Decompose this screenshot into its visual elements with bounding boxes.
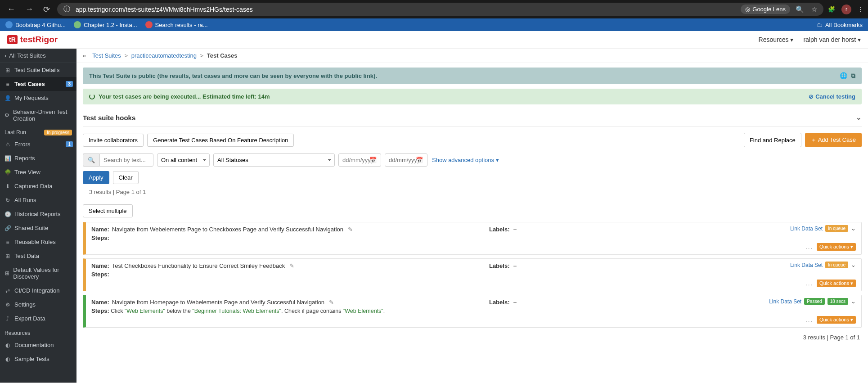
reload-browser-icon[interactable]: ⟳ <box>40 4 53 15</box>
address-bar[interactable]: ⓘ ◎ Google Lens 🔍 ☆ <box>57 3 823 16</box>
sidebar-item-test-cases[interactable]: ≡Test Cases3 <box>0 77 76 91</box>
crumb-test-suites[interactable]: Test Suites <box>92 52 121 59</box>
quick-actions-button[interactable]: Quick actions ▾ <box>817 280 856 287</box>
sidebar-item-captured-data[interactable]: ⬇Captured Data <box>0 179 76 193</box>
gear-icon: ⚙ <box>4 112 9 118</box>
sidebar-item-historical-reports[interactable]: 🕘Historical Reports <box>0 207 76 221</box>
calendar-icon[interactable]: 📅 <box>369 157 377 163</box>
sidebar-item-test-data[interactable]: ⊞Test Data <box>0 249 76 263</box>
zoom-icon[interactable]: 🔍 <box>794 5 806 14</box>
sidebar-item-all-runs[interactable]: ↻All Runs <box>0 193 76 207</box>
user-menu[interactable]: ralph van der horst ▾ <box>803 36 861 43</box>
extensions-icon[interactable]: 🧩 <box>828 6 835 13</box>
expand-row-icon[interactable]: ⌄ <box>851 298 856 305</box>
edit-icon[interactable]: ✎ <box>348 226 353 233</box>
bookmark-item[interactable]: Search results - ra... <box>145 21 208 28</box>
clear-button[interactable]: Clear <box>113 171 139 184</box>
advanced-options-toggle[interactable]: Show advanced options ▾ <box>432 157 499 163</box>
bookmark-item[interactable]: Bootstrap 4 Githu... <box>5 21 66 28</box>
bookmark-label: Bootstrap 4 Githu... <box>15 22 66 28</box>
history-icon: ↻ <box>4 197 11 203</box>
app-logo[interactable]: tR testRigor <box>7 35 58 45</box>
resources-menu[interactable]: Resources ▾ <box>759 36 794 43</box>
url-input[interactable] <box>76 6 737 13</box>
count-badge: 3 <box>66 81 73 87</box>
status-badge: In queue <box>825 225 848 232</box>
sidebar-item-tree-view[interactable]: 🌳Tree View <box>0 165 76 179</box>
site-info-icon[interactable]: ⓘ <box>62 5 72 14</box>
sidebar-item-settings[interactable]: ⚙Settings <box>0 298 76 311</box>
more-actions-icon[interactable]: ... <box>805 244 813 250</box>
alert-text: Your test cases are being executed... Es… <box>99 93 270 100</box>
sidebar-item-sample-tests[interactable]: ◐Sample Tests <box>0 352 76 366</box>
crumb-suite-name[interactable]: practiceautomatedtesting <box>131 52 197 59</box>
sidebar-label: Behavior-Driven Test Creation <box>13 108 72 122</box>
link-data-set[interactable]: Link Data Set <box>790 226 823 232</box>
edit-icon[interactable]: ✎ <box>329 299 334 306</box>
invite-collaborators-button[interactable]: Invite collaborators <box>83 134 144 147</box>
quick-actions-button[interactable]: Quick actions ▾ <box>817 316 856 324</box>
labels-label: Labels: <box>489 262 510 269</box>
more-actions-icon[interactable]: ... <box>805 280 813 287</box>
quick-actions-button[interactable]: Quick actions ▾ <box>817 243 856 251</box>
expand-row-icon[interactable]: ⌄ <box>851 262 856 268</box>
sidebar-item-test-suite-details[interactable]: ⊞Test Suite Details <box>0 63 76 77</box>
sidebar-item-reports[interactable]: 📊Reports <box>0 151 76 165</box>
sidebar-label: CI/CD Integration <box>14 287 59 294</box>
bookmark-star-icon[interactable]: ☆ <box>810 5 819 14</box>
profile-avatar[interactable]: r <box>841 5 851 14</box>
sidebar-back[interactable]: ‹ All Test Suites <box>0 49 76 63</box>
sidebar-label: Tree View <box>14 169 40 176</box>
forward-browser-icon[interactable]: → <box>22 4 36 15</box>
toolbar: Invite collaborators Generate Test Cases… <box>83 133 862 147</box>
sidebar-item-bdt-creation[interactable]: ⚙Behavior-Driven Test Creation <box>0 105 76 126</box>
bookmark-item[interactable]: Chapter 1.2 - Insta... <box>74 21 137 28</box>
sidebar-item-documentation[interactable]: ◐Documentation <box>0 338 76 352</box>
browser-toolbar: ← → ⟳ ⓘ ◎ Google Lens 🔍 ☆ 🧩 r ⋮ <box>0 0 868 18</box>
add-label-icon[interactable]: ＋ <box>512 226 518 234</box>
test-case-row: Link Data Set Passed 18 secs ⌄ Name: Nav… <box>83 295 862 328</box>
sidebar-item-default-values[interactable]: ⊞Default Values for Discovery <box>0 263 76 284</box>
list-icon: ≡ <box>4 81 11 87</box>
link-data-set[interactable]: Link Data Set <box>769 298 801 305</box>
sidebar-item-shared-suite[interactable]: 🔗Shared Suite <box>0 221 76 235</box>
list-icon: ≡ <box>4 239 11 245</box>
sidebar-item-cicd[interactable]: ⇄CI/CD Integration <box>0 284 76 298</box>
chevron-down-icon[interactable]: ⌄ <box>856 113 862 122</box>
clock-icon: 🕘 <box>4 211 11 217</box>
all-bookmarks-button[interactable]: 🗀 All Bookmarks <box>817 22 863 28</box>
apply-button[interactable]: Apply <box>83 171 109 184</box>
google-lens-chip[interactable]: ◎ Google Lens <box>741 5 790 14</box>
search-input[interactable] <box>99 153 153 167</box>
gear-icon: ⚙ <box>4 302 11 308</box>
sidebar-item-my-requests[interactable]: 👤My Requests <box>0 91 76 105</box>
cancel-testing-button[interactable]: ⊘ Cancel testing <box>809 93 855 100</box>
sidebar-item-export-data[interactable]: ⤴Export Data <box>0 311 76 325</box>
link-data-set[interactable]: Link Data Set <box>790 262 823 268</box>
status-select[interactable]: All Statuses <box>213 153 335 167</box>
sidebar-label: Reports <box>14 155 35 162</box>
content-scope-select[interactable]: On all content <box>157 153 210 167</box>
add-label-icon[interactable]: ＋ <box>512 262 518 270</box>
status-badge: Passed <box>804 298 824 305</box>
main-content: « Test Suites > practiceautomatedtesting… <box>76 49 868 383</box>
expand-row-icon[interactable]: ⌄ <box>851 225 856 232</box>
edit-icon[interactable]: ✎ <box>289 262 294 269</box>
execution-alert: Your test cases are being executed... Es… <box>83 89 862 104</box>
hooks-section-header[interactable]: Test suite hooks ⌄ <box>83 109 862 126</box>
kebab-menu-icon[interactable]: ⋮ <box>858 6 864 13</box>
globe-icon[interactable]: 🌐 <box>840 72 847 80</box>
copy-icon[interactable]: ⧉ <box>851 72 855 80</box>
collapse-sidebar-icon[interactable]: « <box>83 52 86 59</box>
sidebar-item-reusable-rules[interactable]: ≡Reusable Rules <box>0 235 76 249</box>
add-test-case-button[interactable]: ＋ Add Test Case <box>805 133 862 147</box>
find-replace-button[interactable]: Find and Replace <box>744 133 801 147</box>
generate-test-cases-button[interactable]: Generate Test Cases Based On Feature Des… <box>147 134 294 147</box>
add-label-icon[interactable]: ＋ <box>512 298 518 307</box>
more-actions-icon[interactable]: ... <box>805 316 813 323</box>
doc-icon: ◐ <box>4 356 11 362</box>
calendar-icon[interactable]: 📅 <box>416 157 423 163</box>
select-multiple-button[interactable]: Select multiple <box>83 204 133 217</box>
sidebar-item-errors[interactable]: ⚠Errors1 <box>0 137 76 151</box>
back-browser-icon[interactable]: ← <box>4 4 18 15</box>
